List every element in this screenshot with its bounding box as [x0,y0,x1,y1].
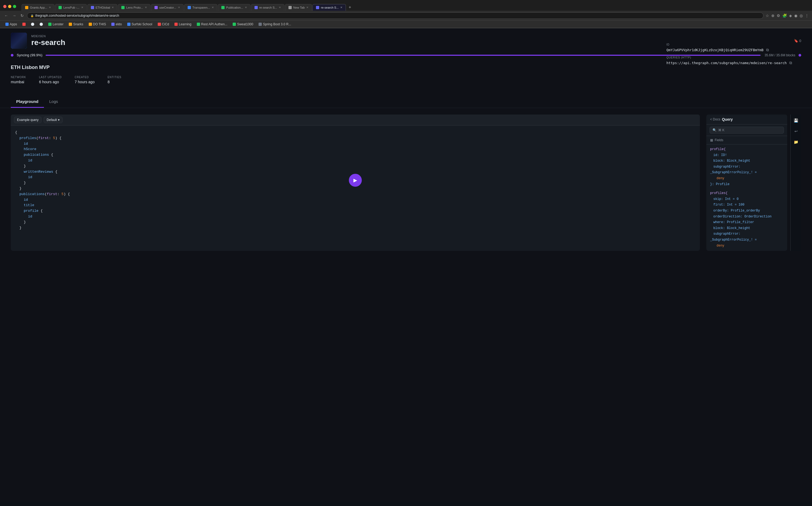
bookmark-gmail[interactable] [20,22,28,26]
bookmark-favicon-gmail [22,23,25,26]
default-dropdown[interactable]: Default ▾ [44,117,63,123]
tab-lensproto[interactable]: Lens Proto... ✕ [118,4,150,11]
query-editor[interactable]: Example query Default ▾ { profiles(first… [11,114,700,251]
tab-grants[interactable]: Grants App... ✕ [21,4,55,11]
new-tab-button[interactable]: + [347,4,353,11]
bookmark-github[interactable] [29,22,36,26]
window-maximize[interactable] [13,5,16,8]
bookmark-learning[interactable]: Learning [172,22,194,27]
bookmark-favicon-cicd [158,23,161,26]
docs-profiles-type: profiles{ [710,191,728,195]
play-button[interactable]: ▶ [349,174,362,187]
zoom-icon[interactable]: ⊕ [771,13,774,18]
tab-close-usecreator[interactable]: ✕ [178,6,180,9]
docs-search-box[interactable]: 🔍 ⌘ K [710,126,784,134]
tab-label-research2: re-search S... [321,6,339,9]
window-close[interactable] [3,5,6,8]
docs-back-button[interactable]: < Docs [710,117,720,121]
window-minimize[interactable] [8,5,11,8]
extension2-icon[interactable]: 🧩 [782,13,787,18]
tab-playground[interactable]: Playground [11,96,44,108]
tab-close-grants[interactable]: ✕ [49,6,51,9]
tab-label-lenspub: LensPub -... [63,6,79,9]
tab-close-lensproto[interactable]: ✕ [145,6,147,9]
tab-research1[interactable]: re-search S... ✕ [251,4,284,11]
bookmark-springboot[interactable]: Spring Boot 3.0 R... [256,22,293,27]
docs-search: 🔍 ⌘ K [706,124,787,136]
bookmark-favicon-eldo [112,23,115,26]
bookmark-cicd[interactable]: CiCd [156,22,171,27]
star-count: 0 [799,39,801,43]
star-button[interactable]: 🔖 0 [794,39,801,43]
bookmark-favicon-surfski [127,23,131,26]
subgraph-owner: MDEISEN [31,34,790,38]
tab-research2[interactable]: re-search S... ✕ [312,4,346,11]
example-query-dropdown[interactable]: Example query [14,117,42,123]
sidebar-folder-icon[interactable]: 📁 [792,138,800,146]
copy-url-button[interactable]: ⧉ [789,60,793,66]
docs-profile-block-field: block: Block_height [710,159,750,163]
docs-title: Query [722,117,733,121]
forward-button[interactable]: → [11,13,17,18]
bookmark-lenster[interactable]: Lenster [46,22,66,27]
tab-favicon-research1 [254,6,258,9]
bookmark-star-icon[interactable]: ☆ [766,13,769,18]
tab-close-research2[interactable]: ✕ [340,6,342,9]
bookmarks-bar: Apps Lenster Snarks DO THIS eldo S [0,21,812,28]
menu-icon[interactable]: ⋮ [805,13,809,18]
bookmark-surfski[interactable]: Surfski School [125,22,154,27]
tab-newtab[interactable]: New Tab ✕ [285,4,312,11]
tabs-section: Playground Logs [0,96,812,108]
bookmark-dothis[interactable]: DO THIS [86,22,108,27]
tab-transparent[interactable]: Transparen... ✕ [184,4,217,11]
address-bar[interactable]: 🔒 thegraph.com/hosted-service/subgraph/m… [27,12,763,19]
bookmark-label-snarks: Snarks [73,22,83,26]
tab-favicon-research2 [316,6,319,9]
meta-created: CREATED 7 hours ago [75,76,95,84]
sidebar-history-icon[interactable]: ↩ [792,128,800,135]
tab-label-research1: re-search S... [260,6,277,9]
bookmark-favicon-lenster [48,23,52,26]
bookmark-restapi[interactable]: Rest API Authen... [195,22,229,27]
bookmark-apps[interactable]: Apps [3,22,19,27]
tab-close-lenspub[interactable]: ✕ [81,6,83,9]
bookmark-label-cicd: CiCd [162,22,169,26]
tab-usecreator[interactable]: useCreator... ✕ [151,4,183,11]
tab-publication[interactable]: Publication... ✕ [218,4,250,11]
docs-fields-toggle[interactable]: ▦ Fields [710,138,784,142]
bookmark-eldo[interactable]: eldo [109,22,124,27]
tab-close-research1[interactable]: ✕ [279,6,281,9]
tab-lenspub[interactable]: LensPub -... ✕ [55,4,86,11]
refresh-button[interactable]: ↻ [19,13,25,18]
tab-close-newtab[interactable]: ✕ [306,6,308,9]
docs-profile-close: }: Profile [710,182,730,186]
sidebar-save-icon[interactable]: 💾 [792,117,800,124]
tab-close-transparent[interactable]: ✕ [212,6,214,9]
back-button[interactable]: ← [3,13,9,18]
extension1-icon[interactable]: ⚙ [777,13,780,18]
tab-ethglobal[interactable]: ETHGlobal ✕ [87,4,118,11]
copy-id-button[interactable]: ⧉ [766,47,769,53]
tab-label-publication: Publication... [226,6,243,9]
docs-fields-label: Fields [715,138,723,142]
bookmark-favicon-github [31,23,34,26]
bookmark-sweat[interactable]: Sweat1000 [230,22,255,27]
editor-body[interactable]: { profiles(first: 5) { id hScore publica… [11,125,700,235]
docs-panel: < Docs Query 🔍 ⌘ K ▦ Fields [706,114,787,251]
tab-favicon-usecreator [154,6,158,9]
extension3-icon[interactable]: ◈ [789,13,792,18]
bookmark-favicon-learning [174,23,178,26]
meta-created-value: 7 hours ago [75,80,95,84]
tab-favicon-lenspub [59,6,62,9]
bookmark-label-lenster: Lenster [53,22,63,26]
docs-profile-block: profile{ id: ID! block: Block_height sub… [710,147,784,187]
profile-icon[interactable]: ◎ [800,13,803,18]
default-label: Default [47,118,57,122]
bookmark-snarks[interactable]: Snarks [67,22,85,27]
tab-logs[interactable]: Logs [44,96,64,108]
extension4-icon[interactable]: ◉ [794,13,798,18]
tab-close-ethglobal[interactable]: ✕ [112,6,114,9]
tab-close-publication[interactable]: ✕ [245,6,247,9]
bookmark-label-learning: Learning [179,22,192,26]
bookmark-github2[interactable] [38,22,45,26]
